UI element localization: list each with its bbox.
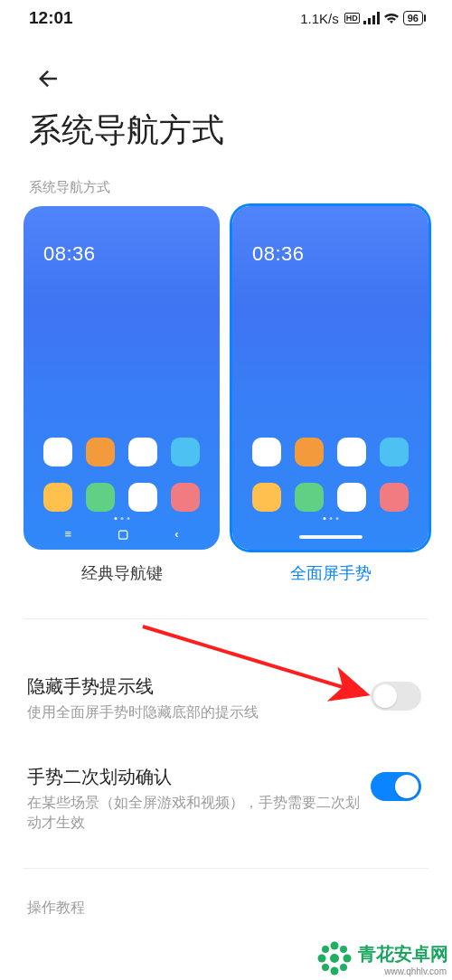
nav-option-cards: 08:36 ≡ ▢ ‹ 经典导航键 08:36 全面屏手势: [24, 206, 428, 584]
preview-app-icon: [43, 483, 72, 512]
svg-point-6: [331, 942, 339, 950]
svg-point-10: [322, 946, 329, 953]
toggle-hide-hint[interactable]: [371, 682, 421, 711]
nav-option-classic[interactable]: 08:36 ≡ ▢ ‹ 经典导航键: [24, 206, 220, 584]
divider: [24, 868, 428, 869]
nav-option-gesture[interactable]: 08:36 全面屏手势: [232, 206, 428, 584]
preview-app-icon: [380, 438, 409, 466]
setting-title: 隐藏手势提示线: [27, 674, 425, 699]
status-bar: 12:01 1.1K/s HD 96: [0, 0, 452, 36]
svg-rect-3: [377, 12, 380, 24]
gesture-caption: 全面屏手势: [232, 562, 428, 584]
page-dots: [323, 517, 338, 520]
svg-point-11: [340, 946, 347, 953]
watermark-logo-icon: [316, 940, 353, 976]
gesture-hint-bar: [299, 535, 363, 539]
divider: [24, 618, 428, 619]
preview-app-icon: [295, 438, 324, 466]
status-indicators: 1.1K/s HD 96: [300, 11, 423, 26]
svg-point-5: [330, 954, 339, 963]
setting-double-swipe: 手势二次划动确认 在某些场景（如全屏游戏和视频），手势需要二次划动才生效: [27, 765, 425, 834]
watermark: 青花安卓网 www.qhhlv.com: [316, 940, 448, 976]
watermark-text: 青花安卓网: [358, 944, 448, 964]
preview-app-icon: [86, 483, 115, 512]
battery-icon: 96: [403, 11, 423, 25]
tutorial-link[interactable]: 操作教程: [27, 899, 85, 918]
setting-desc: 使用全面屏手势时隐藏底部的提示线: [27, 702, 425, 722]
preview-app-icon: [171, 438, 200, 466]
preview-app-icon: [295, 483, 324, 512]
preview-app-icon: [337, 438, 366, 466]
classic-nav-bar: ≡ ▢ ‹: [24, 527, 220, 541]
svg-rect-1: [368, 18, 371, 24]
classic-caption: 经典导航键: [24, 562, 220, 584]
svg-point-12: [322, 964, 329, 971]
setting-hide-hint: 隐藏手势提示线 使用全面屏手势时隐藏底部的提示线: [27, 674, 425, 722]
hd-icon: HD: [344, 13, 360, 24]
back-nav-icon: ‹: [174, 527, 178, 541]
svg-point-9: [344, 955, 352, 963]
preview-app-icon: [86, 438, 115, 466]
preview-icons: [24, 438, 220, 512]
preview-app-icon: [43, 438, 72, 466]
svg-point-7: [331, 967, 339, 975]
section-label: 系统导航方式: [29, 179, 110, 196]
back-button[interactable]: [34, 65, 61, 92]
page-title: 系统导航方式: [29, 108, 224, 153]
watermark-url: www.qhhlv.com: [384, 966, 447, 976]
page-dots: [114, 517, 129, 520]
preview-time: 08:36: [43, 242, 96, 266]
preview-time: 08:36: [252, 242, 305, 266]
svg-rect-0: [363, 21, 366, 24]
home-icon: ▢: [118, 527, 128, 541]
svg-point-13: [340, 964, 347, 971]
setting-title: 手势二次划动确认: [27, 765, 425, 789]
toggle-double-swipe[interactable]: [371, 772, 421, 801]
signal-icon: [363, 12, 380, 24]
status-time: 12:01: [29, 8, 73, 28]
recents-icon: ≡: [65, 527, 72, 541]
wifi-icon: [383, 12, 400, 24]
preview-app-icon: [252, 483, 281, 512]
preview-icons: [232, 438, 428, 512]
svg-point-8: [318, 955, 326, 963]
preview-app-icon: [252, 438, 281, 466]
preview-app-icon: [128, 438, 157, 466]
setting-desc: 在某些场景（如全屏游戏和视频），手势需要二次划动才生效: [27, 793, 425, 834]
net-speed: 1.1K/s: [300, 11, 339, 26]
preview-app-icon: [171, 483, 200, 512]
preview-app-icon: [380, 483, 409, 512]
preview-app-icon: [128, 483, 157, 512]
svg-rect-2: [372, 15, 375, 24]
preview-app-icon: [337, 483, 366, 512]
